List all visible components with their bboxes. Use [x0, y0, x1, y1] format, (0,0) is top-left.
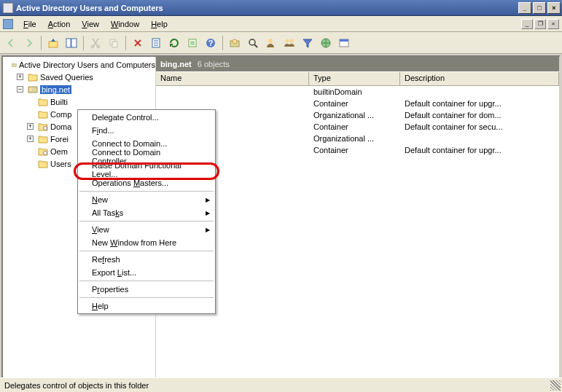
menu-help[interactable]: Help: [145, 17, 173, 31]
refresh-button[interactable]: [166, 35, 182, 51]
tree-saved-queries[interactable]: + Saved Queries: [3, 71, 155, 83]
add-user-button[interactable]: [263, 35, 279, 51]
domain-icon: [28, 85, 38, 94]
ctx-new-window[interactable]: New Window from Here: [79, 236, 214, 249]
properties-button[interactable]: [148, 35, 164, 51]
menubar: File Action View Window Help _ ❐ ×: [0, 16, 562, 32]
filter-button[interactable]: [300, 35, 316, 51]
list-pane: bing.net 6 objects Name Type Description…: [156, 57, 559, 378]
svg-point-23: [44, 126, 47, 130]
svg-rect-20: [12, 63, 17, 66]
resize-grip-icon[interactable]: [550, 380, 561, 391]
mdi-minimize-button[interactable]: _: [521, 19, 533, 29]
svg-rect-19: [340, 39, 348, 42]
separator: [79, 221, 214, 222]
add-group-button[interactable]: [281, 35, 297, 51]
tree-root[interactable]: Active Directory Users and Computers: [3, 58, 155, 71]
svg-point-24: [44, 151, 47, 154]
ctx-all-tasks[interactable]: All Tasks▶: [79, 206, 214, 219]
ou-icon: [38, 122, 48, 131]
window-title: Active Directory Users and Computers: [16, 4, 517, 12]
delete-button[interactable]: [130, 35, 146, 51]
separator: [79, 297, 214, 298]
ctx-delegate-control[interactable]: Delegate Control...: [79, 111, 214, 124]
ctx-operations-masters[interactable]: Operations Masters...: [79, 176, 214, 189]
svg-point-12: [233, 39, 237, 44]
show-hide-tree-button[interactable]: [63, 35, 79, 51]
svg-text:?: ?: [208, 39, 214, 47]
submenu-arrow-icon: ▶: [206, 197, 210, 203]
list-row[interactable]: trollersOrganizational ...Default contai…: [156, 109, 559, 121]
expand-icon[interactable]: +: [27, 136, 34, 142]
list-row[interactable]: Organizational ...: [156, 133, 559, 144]
menu-action[interactable]: Action: [42, 17, 77, 31]
list-header: Name Type Description: [156, 71, 559, 86]
svg-rect-1: [66, 39, 71, 47]
list-row[interactable]: builtinDomain: [156, 86, 559, 98]
col-type[interactable]: Type: [309, 72, 400, 85]
titlebar: Active Directory Users and Computers _ □…: [0, 0, 562, 16]
search-net-button[interactable]: [318, 35, 334, 51]
list-row[interactable]: ContainerDefault container for upgr...: [156, 144, 559, 156]
mdi-close-button[interactable]: ×: [547, 19, 559, 29]
cut-button[interactable]: [87, 35, 104, 51]
expand-icon[interactable]: +: [27, 123, 34, 130]
svg-point-15: [286, 39, 289, 42]
close-button[interactable]: ×: [547, 2, 561, 14]
collapse-icon[interactable]: −: [17, 86, 23, 93]
maximize-button[interactable]: □: [533, 2, 546, 14]
back-button[interactable]: [3, 35, 19, 51]
menu-file[interactable]: File: [17, 17, 42, 31]
submenu-arrow-icon: ▶: [206, 210, 210, 216]
svg-point-16: [290, 39, 294, 42]
help-button[interactable]: ?: [203, 35, 219, 51]
tree-builtin[interactable]: Builti: [3, 95, 155, 108]
ctx-find[interactable]: Find...: [79, 124, 214, 137]
list-row[interactable]: ContainerDefault container for upgr...: [156, 98, 559, 109]
up-button[interactable]: [45, 35, 61, 51]
svg-rect-2: [71, 39, 77, 47]
separator: [79, 251, 214, 251]
forward-button[interactable]: [21, 35, 37, 51]
object-count: 6 objects: [198, 60, 230, 68]
toolbar: ?: [0, 32, 562, 54]
path-bar: bing.net 6 objects: [156, 57, 559, 71]
mdi-restore-button[interactable]: ❐: [534, 19, 546, 29]
svg-point-22: [29, 88, 32, 91]
ctx-properties[interactable]: Properties: [79, 283, 214, 296]
expand-icon[interactable]: +: [17, 74, 23, 80]
list-body[interactable]: builtinDomain ContainerDefault container…: [156, 86, 559, 378]
col-name[interactable]: Name: [156, 72, 309, 85]
view-button[interactable]: [336, 35, 352, 51]
folder-icon: [38, 98, 48, 106]
aduc-icon: [12, 60, 17, 69]
copy-button[interactable]: [106, 35, 122, 51]
svg-rect-0: [49, 42, 58, 47]
ctx-raise-domain-level[interactable]: Raise Domain Functional Level...: [79, 163, 214, 176]
menu-view[interactable]: View: [76, 17, 105, 31]
ctx-export-list[interactable]: Export List...: [79, 266, 214, 279]
separator: [79, 191, 214, 192]
svg-point-13: [249, 39, 255, 45]
status-text: Delegates control of objects in this fol…: [4, 381, 149, 390]
ctx-help[interactable]: Help: [79, 299, 214, 313]
list-row[interactable]: urityPrincipalsContainerDefault containe…: [156, 121, 559, 133]
submenu-arrow-icon: ▶: [206, 227, 210, 233]
statusbar: Delegates control of objects in this fol…: [0, 377, 562, 392]
ctx-new[interactable]: New▶: [79, 193, 214, 206]
menu-window[interactable]: Window: [105, 17, 145, 31]
find-button[interactable]: [245, 35, 261, 51]
ctx-view[interactable]: View▶: [79, 223, 214, 236]
folder-icon: [38, 160, 48, 168]
col-description[interactable]: Description: [400, 72, 559, 85]
export-button[interactable]: [184, 35, 200, 51]
tree-domain[interactable]: − bing.net: [3, 83, 155, 95]
folder-icon: [38, 135, 48, 144]
minimize-button[interactable]: _: [518, 2, 531, 14]
ctx-refresh[interactable]: Refresh: [79, 253, 214, 266]
context-menu: Delegate Control... Find... Connect to D…: [77, 109, 216, 314]
app-icon: [3, 3, 13, 13]
mmc-icon: [3, 19, 13, 29]
folder-icon: [38, 110, 48, 119]
aduc-icon-button[interactable]: [227, 35, 243, 51]
